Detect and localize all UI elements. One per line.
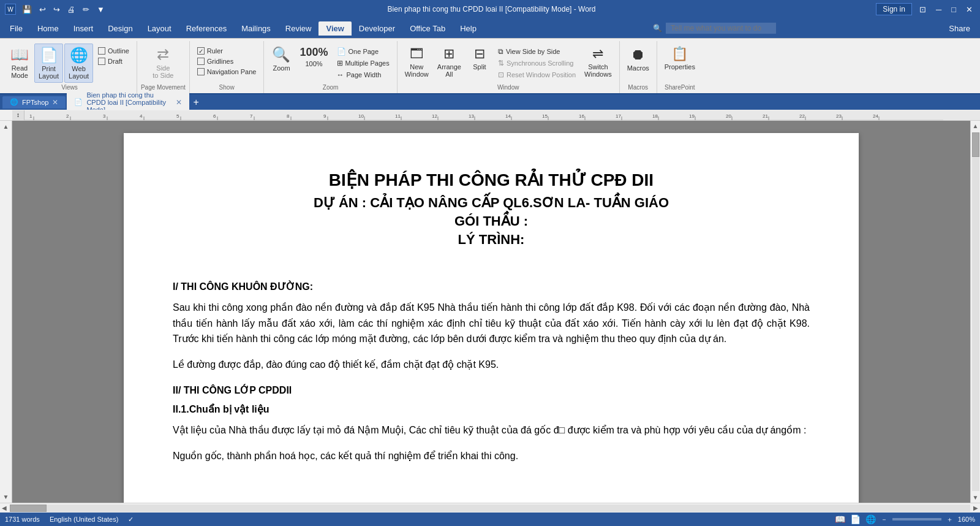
svg-text:9: 9 xyxy=(323,113,326,119)
section2-heading: II/ THI CÔNG LỚP CPDDII xyxy=(173,384,810,396)
main-tab-close[interactable]: ✕ xyxy=(176,98,182,107)
print-layout-button[interactable]: 📄 PrintLayout xyxy=(34,44,63,83)
read-mode-button[interactable]: 📖 ReadMode xyxy=(6,44,33,82)
new-window-button[interactable]: 🗔 NewWindow xyxy=(401,44,432,80)
tab-office-tab[interactable]: Office Tab xyxy=(402,21,453,36)
macros-button[interactable]: ⏺ Macros xyxy=(624,44,653,74)
draft-label: Draft xyxy=(108,58,123,65)
window-title: Bien phap thi cong thu CPDD loai II [Com… xyxy=(107,5,876,13)
tab-developer[interactable]: Developer xyxy=(352,21,402,36)
sharepoint-group-label: SharePoint xyxy=(665,84,695,93)
section2-sub: II.1.Chuẩn bị vật liệu xyxy=(173,403,810,415)
zoom-100-button[interactable]: 100% 100% xyxy=(296,44,331,70)
ruler-toggle[interactable]: Ruler xyxy=(194,46,260,56)
doc-sub-title-2: DỰ ÁN : CẢI TẠO NÂNG CẤP QL6.SƠN LA- TUẦ… xyxy=(173,195,810,211)
properties-label: Properties xyxy=(665,63,695,71)
zoom-out-btn[interactable]: － xyxy=(881,515,888,524)
right-scrollbar: ▲ ▼ xyxy=(970,121,980,503)
split-button[interactable]: ⊟ Split xyxy=(466,44,493,73)
main-area: ▲ ▼ BIỆN PHÁP THI CÔNG RẢI THỬ CPĐ DII D… xyxy=(0,121,980,503)
redo-qat-button[interactable]: ↪ xyxy=(51,4,62,15)
close-button[interactable]: ✕ xyxy=(963,4,975,15)
synchronous-scrolling-button[interactable]: ⇅ Synchronous Scrolling xyxy=(494,58,579,69)
read-mode-status-btn[interactable]: 📖 xyxy=(835,514,845,524)
web-layout-button[interactable]: 🌐 WebLayout xyxy=(64,44,93,83)
tab-insert[interactable]: Insert xyxy=(66,21,101,36)
doc-sub-title-4: LÝ TRÌNH: xyxy=(173,232,810,248)
hscroll-thumb[interactable] xyxy=(10,505,47,512)
view-side-by-side-button[interactable]: ⧉ View Side by Side xyxy=(494,46,579,57)
multiple-pages-button[interactable]: ⊞ Multiple Pages xyxy=(333,58,393,69)
undo-qat-button[interactable]: ↩ xyxy=(37,4,48,15)
hscroll-track[interactable] xyxy=(10,505,970,512)
hscroll-left-btn[interactable]: ◀ xyxy=(0,503,9,513)
svg-text:6: 6 xyxy=(213,113,216,119)
side-to-side-label: Sideto Side xyxy=(153,64,173,79)
draw-qat-button[interactable]: ✏ xyxy=(80,4,92,15)
new-tab-button[interactable]: + xyxy=(193,97,198,108)
side-to-side-button[interactable]: ⇄ Sideto Side xyxy=(149,44,177,82)
qat-dropdown-button[interactable]: ▼ xyxy=(94,4,107,15)
hscroll-right-btn[interactable]: ▶ xyxy=(971,503,980,513)
nav-pane-toggle[interactable]: Navigation Pane xyxy=(194,67,260,77)
print-layout-status-btn[interactable]: 📄 xyxy=(850,514,861,524)
one-page-label: One Page xyxy=(349,48,379,55)
tab-home[interactable]: Home xyxy=(30,21,66,36)
ribbon-group-show: Ruler Gridlines Navigation Pane Show xyxy=(190,41,265,93)
tab-file[interactable]: File xyxy=(2,21,30,36)
share-button[interactable]: Share xyxy=(941,21,978,36)
gridlines-toggle[interactable]: Gridlines xyxy=(194,56,260,66)
doc-tab-fptshop[interactable]: 🌐 FPTshop ✕ xyxy=(2,96,66,109)
tab-mailings[interactable]: Mailings xyxy=(234,21,278,36)
views-group-label: Views xyxy=(61,84,78,93)
ruler-area: ↕ 1 2 3 4 5 6 7 8 9 10 xyxy=(0,110,980,121)
vscroll-down-btn[interactable]: ▼ xyxy=(971,492,980,503)
vscroll-thumb[interactable] xyxy=(972,132,979,157)
switch-windows-button[interactable]: ⇌ SwitchWindows xyxy=(581,44,616,80)
save-qat-button[interactable]: 💾 xyxy=(20,4,34,15)
zoom-button[interactable]: 🔍 Zoom xyxy=(268,44,295,74)
draft-toggle[interactable]: Draft xyxy=(94,56,133,66)
split-icon: ⊟ xyxy=(474,46,485,62)
document-scroll-area[interactable]: BIỆN PHÁP THI CÔNG RẢI THỬ CPĐ DII DỰ ÁN… xyxy=(12,121,970,503)
fptshop-tab-close[interactable]: ✕ xyxy=(52,98,58,107)
scroll-up-btn[interactable]: ▲ xyxy=(1,121,12,132)
web-layout-status-btn[interactable]: 🌐 xyxy=(865,514,876,524)
tab-view[interactable]: View xyxy=(318,21,351,36)
svg-text:13: 13 xyxy=(469,113,474,119)
tab-help[interactable]: Help xyxy=(453,21,484,36)
properties-button[interactable]: 📋 Properties xyxy=(661,44,699,73)
minimize-button[interactable]: ─ xyxy=(933,4,944,15)
tab-references[interactable]: References xyxy=(179,21,234,36)
svg-text:19: 19 xyxy=(689,113,695,119)
tell-me-input[interactable] xyxy=(666,23,776,34)
main-tab-icon: 📄 xyxy=(74,98,83,106)
tab-layout[interactable]: Layout xyxy=(140,21,179,36)
one-page-button[interactable]: 📄 One Page xyxy=(333,46,393,57)
reset-window-position-button[interactable]: ⊡ Reset Window Position xyxy=(494,69,579,80)
tab-review[interactable]: Review xyxy=(278,21,319,36)
ribbon-display-button[interactable]: ⊡ xyxy=(917,4,929,15)
svg-text:21: 21 xyxy=(763,113,768,119)
scroll-down-btn[interactable]: ▼ xyxy=(1,491,12,503)
vscroll-up-btn[interactable]: ▲ xyxy=(971,121,980,131)
ruler-corner[interactable]: ↕ xyxy=(12,110,24,120)
arrange-all-button[interactable]: ⊞ ArrangeAll xyxy=(434,44,465,80)
side-to-side-icon: ⇄ xyxy=(157,46,169,63)
ruler-svg: 1 2 3 4 5 6 7 8 9 10 11 12 13 14 15 16 1 xyxy=(24,110,980,120)
signin-button[interactable]: Sign in xyxy=(876,3,912,15)
tab-design[interactable]: Design xyxy=(100,21,140,36)
print-qat-button[interactable]: 🖨 xyxy=(65,4,78,15)
view-side-by-side-label: View Side by Side xyxy=(506,48,560,55)
vscroll-track[interactable] xyxy=(972,132,979,491)
zoom-slider[interactable] xyxy=(892,518,941,520)
maximize-button[interactable]: □ xyxy=(949,4,959,15)
views-group-items: 📖 ReadMode 📄 PrintLayout 🌐 WebLayout xyxy=(6,41,133,83)
zoom-in-btn[interactable]: ＋ xyxy=(946,515,953,524)
new-window-label: NewWindow xyxy=(405,63,429,78)
page-width-button[interactable]: ↔ Page Width xyxy=(333,69,393,80)
word-count: 1731 words xyxy=(5,516,40,524)
svg-text:1: 1 xyxy=(29,113,32,119)
outline-toggle[interactable]: Outline xyxy=(94,46,133,56)
svg-text:23: 23 xyxy=(836,113,842,119)
